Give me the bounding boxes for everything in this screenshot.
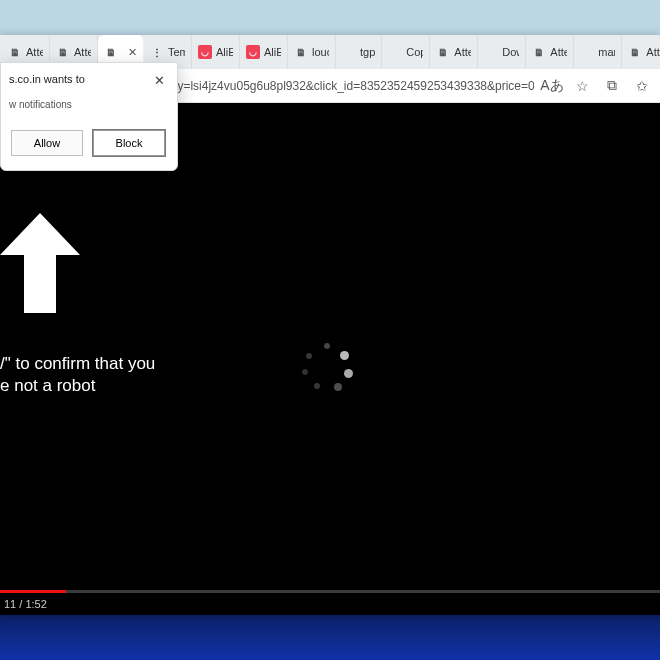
file-icon: 🗎 (294, 45, 308, 59)
desktop: 🗎Atte 🗎Atte 🗎✕ ⋮Tem ◡AliE ◡AliE 🗎loud tg… (0, 0, 660, 660)
tab[interactable]: tgp (336, 35, 382, 69)
tab-label: Atte (74, 46, 91, 58)
tab-label: loud (312, 46, 329, 58)
close-icon[interactable]: ✕ (154, 73, 165, 88)
favicon (342, 45, 356, 59)
confirm-line-2: e not a robot (0, 375, 155, 397)
confirm-text: /" to confirm that you e not a robot (0, 353, 155, 397)
permission-popup: s.co.in wants to ✕ w notifications Allow… (0, 62, 178, 171)
permission-title: s.co.in wants to (9, 73, 85, 85)
tab[interactable]: mar (574, 35, 622, 69)
star-icon[interactable]: ☆ (570, 74, 594, 98)
favorites-icon[interactable]: ✩ (630, 74, 654, 98)
video-time: 11 / 1:52 (4, 598, 47, 610)
file-icon: 🗎 (56, 45, 70, 59)
tab-label: AliE (216, 46, 233, 58)
tab[interactable]: Cop (382, 35, 430, 69)
favicon (484, 45, 498, 59)
tab-label: Atte (646, 46, 660, 58)
confirm-line-1: /" to confirm that you (0, 353, 155, 375)
tab-label: Tem (168, 46, 185, 58)
tab[interactable]: 🗎loud (288, 35, 336, 69)
tab[interactable]: 🗎Atte (622, 35, 660, 69)
video-controls[interactable]: 11 / 1:52 (0, 593, 660, 615)
tab-label: Atte (454, 46, 471, 58)
allow-button[interactable]: Allow (11, 130, 83, 156)
tab-label: tgp (360, 46, 375, 58)
file-icon: 🗎 (628, 45, 642, 59)
reader-mode-icon[interactable]: Aあ (540, 74, 564, 98)
file-icon: 🗎 (8, 45, 22, 59)
file-icon: 🗎 (104, 45, 118, 59)
tab-label: Cop (406, 46, 423, 58)
collections-icon[interactable]: ⧉ (600, 74, 624, 98)
permission-subtitle: w notifications (9, 99, 165, 110)
tab-label: Atte (550, 46, 567, 58)
block-button[interactable]: Block (93, 130, 165, 156)
page-content: /" to confirm that you e not a robot 11 … (0, 103, 660, 615)
tab-label: Dow (502, 46, 519, 58)
tab[interactable]: ◡AliE (192, 35, 240, 69)
pocket-icon: ◡ (246, 45, 260, 59)
arrow-up-icon (0, 213, 90, 313)
file-icon: 🗎 (436, 45, 450, 59)
favicon (388, 45, 402, 59)
favicon: ⋮ (150, 45, 164, 59)
tab[interactable]: 🗎Atte (526, 35, 574, 69)
tab[interactable]: Dow (478, 35, 526, 69)
pocket-icon: ◡ (198, 45, 212, 59)
loading-spinner (300, 343, 350, 393)
favicon (580, 45, 594, 59)
tab[interactable]: ◡AliE (240, 35, 288, 69)
file-icon: 🗎 (532, 45, 546, 59)
tab[interactable]: 🗎Atte (430, 35, 478, 69)
tab-label: mar (598, 46, 615, 58)
close-icon[interactable]: ✕ (128, 46, 137, 59)
tab-label: Atte (26, 46, 43, 58)
tab-label: AliE (264, 46, 281, 58)
